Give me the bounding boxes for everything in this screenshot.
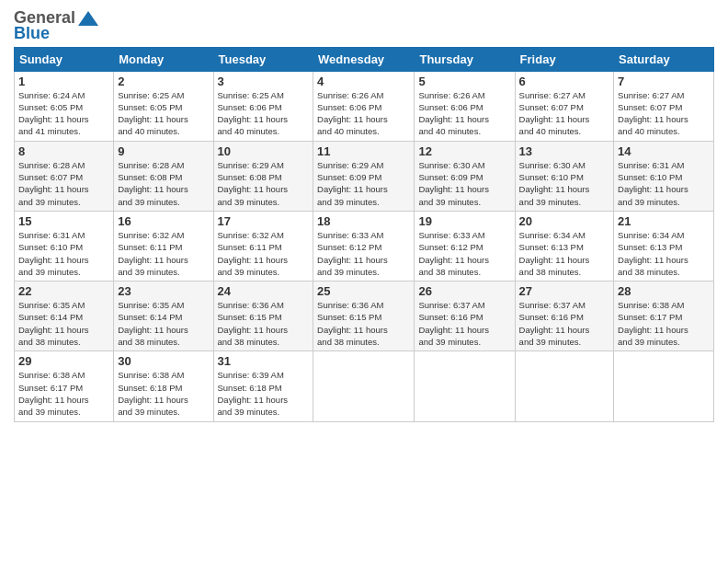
logo: General Blue [14,9,98,43]
day-info: Sunrise: 6:31 AM Sunset: 6:10 PM Dayligh… [618,159,710,208]
calendar-cell: 28Sunrise: 6:38 AM Sunset: 6:17 PM Dayli… [614,282,714,351]
day-info: Sunrise: 6:39 AM Sunset: 6:18 PM Dayligh… [218,369,310,418]
calendar-cell: 21Sunrise: 6:34 AM Sunset: 6:13 PM Dayli… [614,211,714,281]
day-info: Sunrise: 6:30 AM Sunset: 6:10 PM Dayligh… [519,159,609,208]
day-number: 18 [317,214,410,228]
day-number: 16 [118,214,209,228]
calendar-cell: 4Sunrise: 6:26 AM Sunset: 6:06 PM Daylig… [313,71,415,141]
calendar-cell [313,351,415,421]
calendar-cell: 14Sunrise: 6:31 AM Sunset: 6:10 PM Dayli… [614,141,714,211]
day-number: 25 [317,284,410,298]
calendar-cell [515,351,613,421]
day-header-wednesday: Wednesday [313,47,415,71]
day-info: Sunrise: 6:33 AM Sunset: 6:12 PM Dayligh… [418,229,510,278]
day-number: 5 [418,75,510,88]
day-info: Sunrise: 6:35 AM Sunset: 6:14 PM Dayligh… [18,299,109,348]
calendar-cell: 7Sunrise: 6:27 AM Sunset: 6:07 PM Daylig… [614,71,714,141]
day-number: 26 [418,284,510,298]
day-info: Sunrise: 6:38 AM Sunset: 6:17 PM Dayligh… [18,369,109,418]
day-info: Sunrise: 6:32 AM Sunset: 6:11 PM Dayligh… [218,229,310,278]
calendar-cell: 22Sunrise: 6:35 AM Sunset: 6:14 PM Dayli… [15,282,114,351]
day-number: 21 [618,214,710,228]
calendar-cell: 3Sunrise: 6:25 AM Sunset: 6:06 PM Daylig… [213,71,313,141]
calendar-cell: 26Sunrise: 6:37 AM Sunset: 6:16 PM Dayli… [415,282,515,351]
header: General Blue [14,9,714,43]
day-number: 15 [18,214,109,228]
calendar-cell: 31Sunrise: 6:39 AM Sunset: 6:18 PM Dayli… [213,351,313,421]
calendar-cell: 29Sunrise: 6:38 AM Sunset: 6:17 PM Dayli… [15,351,114,421]
calendar-table: SundayMondayTuesdayWednesdayThursdayFrid… [14,47,714,422]
day-info: Sunrise: 6:24 AM Sunset: 6:05 PM Dayligh… [18,89,109,138]
day-number: 19 [418,214,510,228]
day-header-monday: Monday [114,47,213,71]
day-header-sunday: Sunday [15,47,114,71]
logo-icon [78,11,98,26]
calendar-cell: 8Sunrise: 6:28 AM Sunset: 6:07 PM Daylig… [15,141,114,211]
day-number: 11 [317,144,410,158]
calendar-week-2: 8Sunrise: 6:28 AM Sunset: 6:07 PM Daylig… [15,141,714,211]
day-number: 4 [317,75,410,88]
calendar-cell: 1Sunrise: 6:24 AM Sunset: 6:05 PM Daylig… [15,71,114,141]
day-number: 9 [118,144,209,158]
calendar-cell: 6Sunrise: 6:27 AM Sunset: 6:07 PM Daylig… [515,71,613,141]
calendar-cell [415,351,515,421]
calendar-week-5: 29Sunrise: 6:38 AM Sunset: 6:17 PM Dayli… [15,351,714,421]
svg-marker-0 [78,11,98,26]
calendar-cell: 9Sunrise: 6:28 AM Sunset: 6:08 PM Daylig… [114,141,213,211]
calendar-cell: 15Sunrise: 6:31 AM Sunset: 6:10 PM Dayli… [15,211,114,281]
day-info: Sunrise: 6:38 AM Sunset: 6:18 PM Dayligh… [118,369,209,418]
day-info: Sunrise: 6:28 AM Sunset: 6:08 PM Dayligh… [118,159,209,208]
day-info: Sunrise: 6:27 AM Sunset: 6:07 PM Dayligh… [519,89,609,138]
day-number: 1 [18,75,109,88]
day-info: Sunrise: 6:37 AM Sunset: 6:16 PM Dayligh… [418,299,510,348]
day-info: Sunrise: 6:34 AM Sunset: 6:13 PM Dayligh… [519,229,609,278]
day-info: Sunrise: 6:25 AM Sunset: 6:05 PM Dayligh… [118,89,209,138]
calendar-header-row: SundayMondayTuesdayWednesdayThursdayFrid… [15,47,714,71]
calendar-cell: 16Sunrise: 6:32 AM Sunset: 6:11 PM Dayli… [114,211,213,281]
day-info: Sunrise: 6:29 AM Sunset: 6:09 PM Dayligh… [317,159,410,208]
calendar-cell: 18Sunrise: 6:33 AM Sunset: 6:12 PM Dayli… [313,211,415,281]
day-header-tuesday: Tuesday [213,47,313,71]
day-info: Sunrise: 6:29 AM Sunset: 6:08 PM Dayligh… [218,159,310,208]
day-header-thursday: Thursday [415,47,515,71]
calendar-week-1: 1Sunrise: 6:24 AM Sunset: 6:05 PM Daylig… [15,71,714,141]
calendar-week-4: 22Sunrise: 6:35 AM Sunset: 6:14 PM Dayli… [15,282,714,351]
day-info: Sunrise: 6:36 AM Sunset: 6:15 PM Dayligh… [317,299,410,348]
day-info: Sunrise: 6:25 AM Sunset: 6:06 PM Dayligh… [218,89,310,138]
day-info: Sunrise: 6:36 AM Sunset: 6:15 PM Dayligh… [218,299,310,348]
page-container: General Blue SundayMondayTuesdayWednesda… [0,0,728,427]
calendar-cell: 23Sunrise: 6:35 AM Sunset: 6:14 PM Dayli… [114,282,213,351]
calendar-cell: 25Sunrise: 6:36 AM Sunset: 6:15 PM Dayli… [313,282,415,351]
day-info: Sunrise: 6:32 AM Sunset: 6:11 PM Dayligh… [118,229,209,278]
day-info: Sunrise: 6:26 AM Sunset: 6:06 PM Dayligh… [418,89,510,138]
day-number: 10 [218,144,310,158]
day-info: Sunrise: 6:33 AM Sunset: 6:12 PM Dayligh… [317,229,410,278]
logo-blue: Blue [14,25,50,43]
day-number: 27 [519,284,609,298]
calendar-cell: 24Sunrise: 6:36 AM Sunset: 6:15 PM Dayli… [213,282,313,351]
day-number: 20 [519,214,609,228]
day-number: 24 [218,284,310,298]
day-number: 8 [18,144,109,158]
day-number: 2 [118,75,209,88]
calendar-cell: 12Sunrise: 6:30 AM Sunset: 6:09 PM Dayli… [415,141,515,211]
day-number: 3 [218,75,310,88]
calendar-cell: 2Sunrise: 6:25 AM Sunset: 6:05 PM Daylig… [114,71,213,141]
calendar-cell: 19Sunrise: 6:33 AM Sunset: 6:12 PM Dayli… [415,211,515,281]
calendar-cell: 17Sunrise: 6:32 AM Sunset: 6:11 PM Dayli… [213,211,313,281]
day-header-friday: Friday [515,47,613,71]
day-number: 28 [618,284,710,298]
day-info: Sunrise: 6:37 AM Sunset: 6:16 PM Dayligh… [519,299,609,348]
calendar-week-3: 15Sunrise: 6:31 AM Sunset: 6:10 PM Dayli… [15,211,714,281]
calendar-cell [614,351,714,421]
day-number: 12 [418,144,510,158]
day-info: Sunrise: 6:31 AM Sunset: 6:10 PM Dayligh… [18,229,109,278]
day-header-saturday: Saturday [614,47,714,71]
calendar-cell: 30Sunrise: 6:38 AM Sunset: 6:18 PM Dayli… [114,351,213,421]
day-info: Sunrise: 6:34 AM Sunset: 6:13 PM Dayligh… [618,229,710,278]
day-number: 13 [519,144,609,158]
day-info: Sunrise: 6:28 AM Sunset: 6:07 PM Dayligh… [18,159,109,208]
day-number: 17 [218,214,310,228]
day-info: Sunrise: 6:26 AM Sunset: 6:06 PM Dayligh… [317,89,410,138]
calendar-cell: 11Sunrise: 6:29 AM Sunset: 6:09 PM Dayli… [313,141,415,211]
